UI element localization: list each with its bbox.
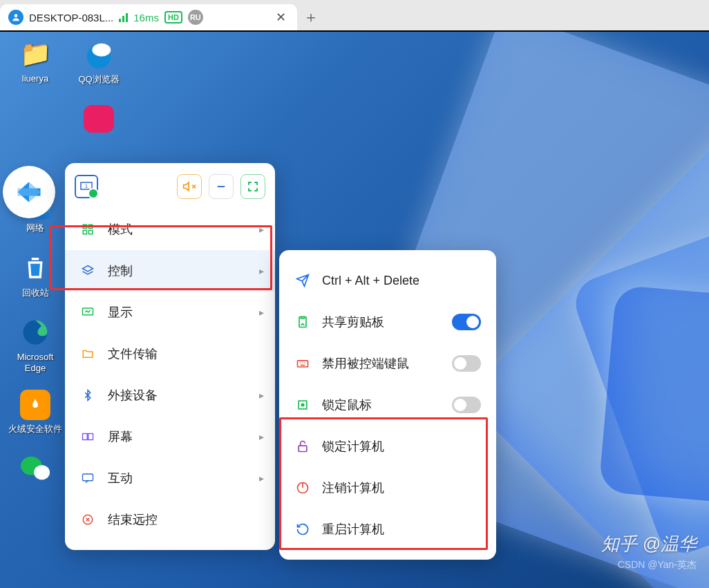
desktop-icon-label: liuerya	[22, 73, 48, 84]
desktop-icon-huorong[interactable]: 火绒安全软件	[6, 390, 65, 435]
toggle-clipboard[interactable]	[452, 314, 481, 330]
spacer	[6, 100, 65, 133]
menu-item-label: 控制	[108, 263, 133, 279]
todesk-button[interactable]	[3, 166, 55, 218]
desktop-icon-wechat[interactable]	[6, 452, 65, 485]
menu-item-label: 结束远控	[108, 511, 158, 528]
fullscreen-icon	[247, 180, 259, 193]
menu-item-file-transfer[interactable]: 文件传输	[65, 333, 275, 374]
menu-item-label: 模式	[108, 221, 133, 238]
remote-desktop[interactable]: 📁liuerya 网络 回收站 Microsoft Edge 火绒安全软件 QQ…	[0, 30, 709, 588]
desktop-icon-qqbrowser[interactable]: QQ浏览器	[69, 37, 129, 86]
avatar-icon	[8, 10, 23, 25]
toggle-disable-input[interactable]	[452, 355, 481, 372]
screens-icon	[80, 430, 95, 443]
tab-bar: DESKTOP-083L... 16ms HD RU ✕ ＋	[0, 0, 709, 30]
svg-point-6	[92, 44, 111, 57]
session-tab[interactable]: DESKTOP-083L... 16ms HD RU ✕	[0, 4, 297, 30]
submenu-item-restart[interactable]: 重启计算机	[279, 509, 496, 550]
screen-select-button[interactable]: 1	[75, 175, 98, 198]
latency-text: 16ms	[133, 12, 159, 23]
wechat-icon	[19, 452, 52, 485]
monitor-icon	[80, 306, 95, 319]
minimize-button[interactable]	[209, 174, 234, 199]
recycle-icon	[19, 251, 52, 284]
submenu-label: 锁定鼠标	[322, 397, 372, 413]
menu-item-interact[interactable]: 互动▸	[65, 457, 275, 499]
mute-icon	[182, 180, 196, 193]
svg-rect-15	[89, 231, 93, 234]
menu-item-devices[interactable]: 外接设备▸	[65, 374, 275, 416]
svg-text:1: 1	[85, 183, 88, 189]
submenu-item-disable-input[interactable]: 禁用被控端键鼠	[279, 343, 496, 384]
submenu-label: 注销计算机	[322, 480, 384, 496]
svg-point-0	[15, 14, 18, 17]
close-icon	[80, 513, 95, 526]
restart-icon	[294, 522, 311, 536]
edge-icon	[19, 316, 52, 349]
menu-item-end[interactable]: 结束远控	[65, 499, 275, 540]
submenu-item-lock-mouse[interactable]: 锁定鼠标	[279, 384, 496, 426]
pink-app-icon	[84, 105, 114, 133]
tab-title: DESKTOP-083L...	[29, 12, 113, 23]
chevron-right-icon: ▸	[259, 307, 264, 318]
desktop-icon-edge[interactable]: Microsoft Edge	[6, 316, 65, 373]
mute-button[interactable]	[177, 174, 202, 199]
svg-rect-22	[298, 361, 308, 367]
desktop-icon-label: Microsoft Edge	[6, 352, 65, 373]
menu-toolbar: 1	[65, 170, 275, 209]
submenu-item-cad[interactable]: Ctrl + Alt + Delete	[279, 260, 496, 301]
desktop-icon-label: 网络	[26, 222, 44, 234]
menu-item-screen[interactable]: 屏幕▸	[65, 416, 275, 457]
svg-rect-13	[89, 225, 93, 228]
chevron-right-icon: ▸	[259, 473, 264, 484]
svg-rect-12	[83, 225, 86, 228]
fullscreen-button[interactable]	[240, 174, 265, 199]
toggle-lock-mouse[interactable]	[452, 397, 481, 413]
menu-item-control[interactable]: 控制▸	[65, 250, 275, 292]
chevron-right-icon: ▸	[259, 224, 264, 235]
folder-icon: 📁	[19, 37, 52, 70]
menu-item-label: 文件传输	[108, 345, 158, 362]
menu-item-label: 外接设备	[108, 387, 158, 404]
control-submenu: Ctrl + Alt + Delete 共享剪贴板 禁用被控端键鼠 锁定鼠标 锁…	[279, 250, 496, 560]
qqbrowser-icon	[82, 37, 115, 70]
folder-icon	[80, 348, 95, 360]
desktop-icon-label: 回收站	[22, 287, 49, 299]
submenu-label: 共享剪贴板	[322, 314, 384, 330]
svg-rect-1	[32, 258, 39, 260]
signal-icon	[119, 12, 128, 22]
submenu-item-lock-pc[interactable]: 锁定计算机	[279, 426, 496, 467]
svg-point-24	[301, 404, 303, 406]
todesk-icon	[14, 177, 44, 207]
svg-rect-25	[299, 446, 307, 451]
submenu-label: Ctrl + Alt + Delete	[322, 274, 419, 288]
send-icon	[294, 274, 311, 287]
menu-item-label: 显示	[108, 304, 133, 321]
desktop-icon-recycle[interactable]: 回收站	[6, 251, 65, 299]
menu-item-label: 互动	[108, 470, 133, 486]
desktop-icon-app[interactable]	[69, 105, 129, 133]
clipboard-icon	[294, 315, 311, 329]
bluetooth-icon	[80, 389, 95, 401]
target-icon	[294, 398, 311, 412]
desktop-icon-label: 火绒安全软件	[8, 423, 62, 435]
keyboard-icon	[294, 357, 311, 370]
svg-rect-14	[83, 231, 86, 234]
menu-item-display[interactable]: 显示▸	[65, 292, 275, 333]
svg-point-4	[34, 465, 50, 480]
desktop-icons-col2: QQ浏览器	[69, 37, 129, 133]
chat-icon	[80, 472, 95, 484]
close-tab-button[interactable]: ✕	[273, 10, 289, 25]
submenu-item-clipboard[interactable]: 共享剪贴板	[279, 301, 496, 343]
menu-item-mode[interactable]: 模式▸	[65, 209, 275, 250]
submenu-label: 禁用被控端键鼠	[322, 355, 409, 372]
wallpaper-petal	[598, 285, 709, 509]
submenu-item-logout[interactable]: 注销计算机	[279, 467, 496, 509]
desktop-icon-user[interactable]: 📁liuerya	[6, 37, 65, 84]
new-tab-button[interactable]: ＋	[297, 4, 325, 30]
chevron-right-icon: ▸	[259, 265, 264, 276]
svg-rect-18	[88, 434, 93, 440]
control-menu: 1 模式▸ 控制▸ 显示▸ 文件传输 外接设备▸ 屏幕▸ 互动▸ 结束远控	[65, 163, 275, 550]
minimize-icon	[215, 180, 227, 193]
